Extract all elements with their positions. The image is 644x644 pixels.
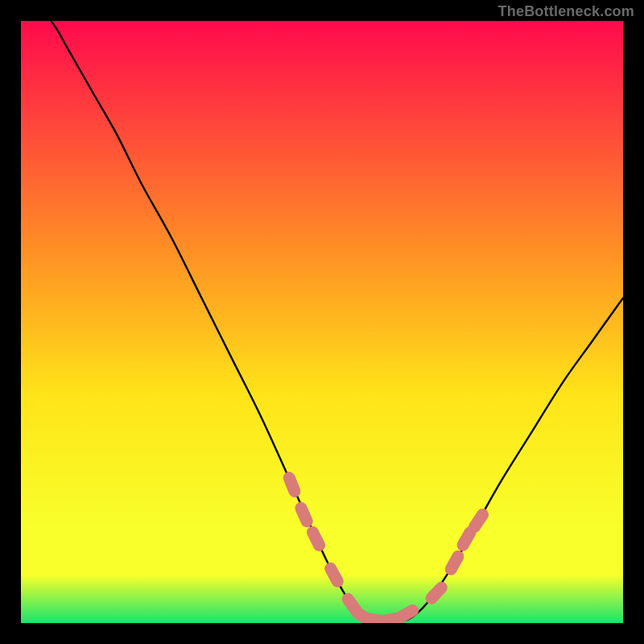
chart-svg xyxy=(0,0,644,644)
watermark-text: TheBottleneck.com xyxy=(498,3,634,20)
svg-rect-3 xyxy=(0,623,644,644)
bottleneck-chart: TheBottleneck.com xyxy=(0,0,644,644)
svg-rect-5 xyxy=(623,0,644,644)
svg-rect-1 xyxy=(21,21,623,623)
svg-rect-4 xyxy=(0,0,21,644)
